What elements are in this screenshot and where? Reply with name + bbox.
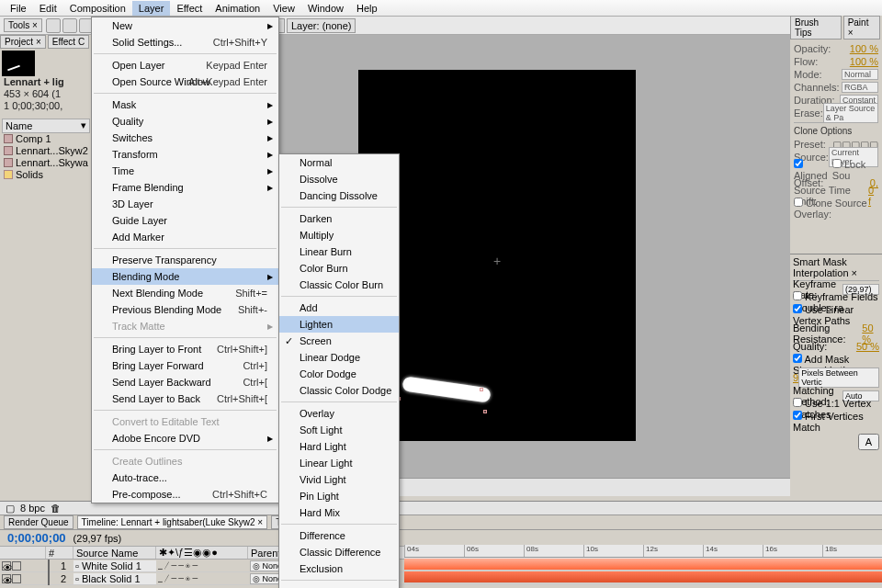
time-ruler[interactable]: 04s06s08s10s12s14s16s18s (404, 545, 882, 558)
project-item[interactable]: Lennart...Skywa (2, 157, 90, 169)
menu-item-open-layer[interactable]: Open LayerKeypad Enter (92, 57, 278, 74)
layer-track[interactable] (404, 571, 882, 583)
channels-dropdown[interactable]: RGBA (842, 82, 878, 93)
menu-item-pin-light[interactable]: Pin Light (279, 488, 399, 504)
menu-edit[interactable]: Edit (33, 1, 63, 16)
menu-item-next-blending-mode[interactable]: Next Blending ModeShift+= (92, 285, 278, 301)
menu-item-preserve-transparency[interactable]: Preserve Transparency (92, 252, 278, 268)
layer-color-swatch[interactable] (48, 572, 50, 585)
lock-icon[interactable] (12, 561, 21, 571)
project-column-header[interactable]: Name ▾ (2, 119, 90, 133)
menu-item-pre-compose-[interactable]: Pre-compose...Ctrl+Shift+C (92, 486, 278, 503)
menu-item-time[interactable]: Time▶ (92, 163, 278, 179)
layer-tab[interactable]: Layer: (none) (287, 18, 356, 33)
menu-item-previous-blending-mode[interactable]: Previous Blending ModeShift+- (92, 301, 278, 318)
timeline-comp-tab[interactable]: Timeline: Lennart + lightsaber(Luke Skyw… (77, 515, 268, 529)
menu-item-solid-settings-[interactable]: Solid Settings...Ctrl+Shift+Y (92, 34, 278, 51)
transform-handle[interactable] (480, 388, 483, 391)
menu-item-classic-difference[interactable]: Classic Difference (279, 544, 399, 560)
render-queue-tab[interactable]: Render Queue (4, 515, 74, 529)
source-name-header[interactable]: Source Name (74, 547, 156, 559)
menu-item-add[interactable]: Add (279, 300, 399, 316)
lightsaber-shape[interactable] (401, 376, 491, 402)
menu-item-soft-light[interactable]: Soft Light (279, 422, 399, 438)
layer-name[interactable]: ▫ Black Solid 1 (74, 573, 156, 584)
menu-item-quality[interactable]: Quality▶ (92, 113, 278, 130)
menu-layer[interactable]: Layer (132, 1, 171, 16)
opacity-value[interactable]: 100 % (850, 43, 878, 54)
menu-composition[interactable]: Composition (63, 1, 132, 16)
erase-dropdown[interactable]: Layer Source & Pa (823, 103, 878, 123)
eye-icon[interactable]: 👁 (2, 561, 11, 571)
menu-item-transform[interactable]: Transform▶ (92, 146, 278, 163)
effect-controls-tab[interactable]: Effect C (48, 35, 89, 49)
menu-item-dancing-dissolve[interactable]: Dancing Dissolve (279, 187, 399, 204)
menu-item-add-marker[interactable]: Add Marker (92, 229, 278, 245)
menu-item-new[interactable]: New▶ (92, 17, 278, 34)
trash-icon[interactable]: 🗑 (51, 503, 61, 514)
quality-value[interactable]: 50 % (856, 341, 879, 352)
brush-tips-tab[interactable]: Brush Tips (790, 16, 842, 40)
menu-item-classic-color-dodge[interactable]: Classic Color Dodge (279, 382, 399, 399)
menu-item-linear-dodge[interactable]: Linear Dodge (279, 349, 399, 366)
folder-icon[interactable]: ▢ (6, 503, 15, 514)
menu-animation[interactable]: Animation (209, 1, 266, 16)
menu-item-frame-blending[interactable]: Frame Blending▶ (92, 179, 278, 196)
menu-item-color-burn[interactable]: Color Burn (279, 260, 399, 277)
menu-view[interactable]: View (266, 1, 301, 16)
menu-item-bring-layer-to-front[interactable]: Bring Layer to FrontCtrl+Shift+] (92, 341, 278, 357)
project-item[interactable]: Lennart...Skyw2 (2, 145, 90, 157)
menu-item-screen[interactable]: ✓Screen (279, 333, 399, 349)
menu-item-dissolve[interactable]: Dissolve (279, 171, 399, 187)
menu-item-open-source-window[interactable]: Open Source WindowAlt+Keypad Enter (92, 74, 278, 90)
tools-tab[interactable]: Tools × (4, 18, 42, 32)
menu-item-hue[interactable]: Hue (279, 583, 399, 588)
apply-button[interactable]: A (858, 434, 879, 450)
bit-depth-toggle[interactable]: 8 bpc (20, 503, 45, 514)
menu-item-color-dodge[interactable]: Color Dodge (279, 366, 399, 382)
menu-file[interactable]: File (4, 1, 33, 16)
paint-tab[interactable]: Paint × (843, 16, 880, 40)
layer-name[interactable]: ▫ White Solid 1 (74, 560, 156, 571)
menu-item-linear-burn[interactable]: Linear Burn (279, 243, 399, 260)
first-vertices-match-checkbox[interactable]: First Vertices Match (793, 411, 879, 433)
flow-value[interactable]: 100 % (850, 56, 878, 67)
menu-item-linear-light[interactable]: Linear Light (279, 455, 399, 471)
transform-handle[interactable] (483, 410, 487, 413)
lock-icon[interactable] (12, 574, 21, 583)
menu-item-auto-trace-[interactable]: Auto-trace... (92, 469, 278, 486)
menu-item-hard-light[interactable]: Hard Light (279, 438, 399, 455)
mode-dropdown[interactable]: Normal (842, 69, 878, 80)
current-timecode[interactable]: 0;00;00;00 (7, 531, 66, 545)
selection-tool-icon[interactable] (46, 18, 61, 33)
menu-item-overlay[interactable]: Overlay (279, 405, 399, 422)
menu-item-3d-layer[interactable]: 3D Layer (92, 196, 278, 212)
hand-tool-icon[interactable] (62, 18, 77, 33)
menu-item-guide-layer[interactable]: Guide Layer (92, 212, 278, 229)
menu-item-normal[interactable]: Normal (279, 154, 399, 171)
menu-item-multiply[interactable]: Multiply (279, 227, 399, 243)
menu-item-classic-color-burn[interactable]: Classic Color Burn (279, 277, 399, 293)
menu-item-vivid-light[interactable]: Vivid Light (279, 471, 399, 488)
menu-item-exclusion[interactable]: Exclusion (279, 560, 399, 577)
project-tab[interactable]: Project × (0, 35, 46, 49)
menu-item-hard-mix[interactable]: Hard Mix (279, 504, 399, 521)
menu-item-bring-layer-forward[interactable]: Bring Layer ForwardCtrl+] (92, 357, 278, 374)
layer-color-swatch[interactable] (48, 560, 50, 572)
menu-effect[interactable]: Effect (170, 1, 209, 16)
menu-item-mask[interactable]: Mask▶ (92, 96, 278, 113)
menu-window[interactable]: Window (301, 1, 350, 16)
layer-track[interactable] (404, 558, 882, 571)
project-item[interactable]: Solids (2, 169, 90, 181)
menu-item-darken[interactable]: Darken (279, 210, 399, 227)
project-item[interactable]: Comp 1 (2, 133, 90, 145)
eye-icon[interactable]: 👁 (2, 574, 11, 583)
menu-help[interactable]: Help (350, 1, 384, 16)
menu-item-send-layer-to-back[interactable]: Send Layer to BackCtrl+Shift+[ (92, 390, 278, 407)
menu-item-blending-mode[interactable]: Blending Mode▶ (92, 268, 278, 285)
menu-item-lighten[interactable]: Lighten (279, 316, 399, 333)
clone-source-overlay-checkbox[interactable]: Clone Source Overlay: (794, 198, 878, 220)
menu-item-switches[interactable]: Switches▶ (92, 130, 278, 146)
menu-item-adobe-encore-dvd[interactable]: Adobe Encore DVD▶ (92, 430, 278, 447)
menu-item-send-layer-backward[interactable]: Send Layer BackwardCtrl+[ (92, 374, 278, 390)
